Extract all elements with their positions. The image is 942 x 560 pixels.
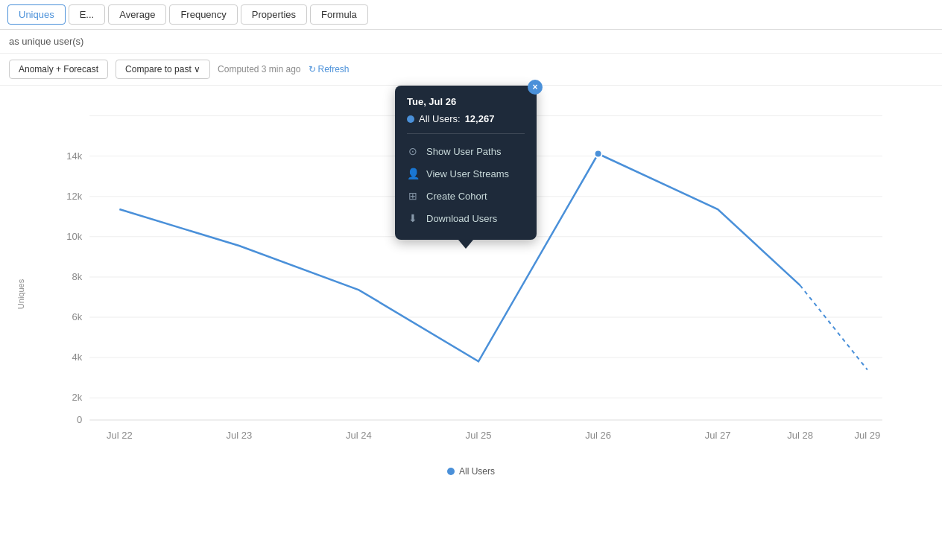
show-paths-label: Show User Paths	[426, 146, 501, 157]
refresh-button[interactable]: ↻ Refresh	[309, 64, 350, 74]
tab-bar: Uniques E... Average Frequency Propertie…	[0, 0, 942, 30]
show-user-paths-item[interactable]: ⊙ Show User Paths	[407, 140, 525, 162]
svg-text:0: 0	[77, 414, 82, 425]
tooltip-users-label: All Users:	[419, 113, 461, 124]
download-users-icon: ⬇	[407, 212, 419, 224]
svg-point-26	[595, 150, 602, 157]
controls-bar: Anomaly + Forecast Compare to past ∨ Com…	[0, 54, 942, 86]
svg-text:8k: 8k	[72, 271, 82, 282]
tooltip-divider	[407, 133, 525, 134]
svg-text:Jul 24: Jul 24	[346, 430, 372, 441]
legend-dot	[447, 468, 455, 475]
chart-container: Uniques 0 2k 4k 6k 8k 10k 12k 14k Jul 22…	[0, 86, 942, 503]
svg-text:4k: 4k	[72, 351, 82, 363]
anomaly-forecast-button[interactable]: Anomaly + Forecast	[9, 60, 108, 79]
tooltip-users-row: All Users: 12,267	[407, 113, 525, 124]
svg-text:Jul 23: Jul 23	[227, 430, 253, 441]
download-users-item[interactable]: ⬇ Download Users	[407, 207, 525, 229]
tab-engagement[interactable]: E...	[69, 4, 106, 25]
tab-average[interactable]: Average	[108, 4, 166, 25]
svg-text:Jul 27: Jul 27	[705, 430, 731, 441]
chart-legend: All Users	[45, 466, 897, 477]
svg-text:2k: 2k	[72, 392, 82, 403]
svg-text:Jul 29: Jul 29	[854, 430, 880, 441]
legend-label: All Users	[459, 466, 495, 477]
tab-properties[interactable]: Properties	[241, 4, 307, 25]
y-axis-label: Uniques	[16, 279, 25, 309]
create-cohort-label: Create Cohort	[426, 191, 487, 202]
tooltip-users-value: 12,267	[465, 113, 495, 124]
computed-text: Computed 3 min ago	[218, 64, 300, 74]
tab-uniques[interactable]: Uniques	[7, 4, 66, 25]
svg-text:Jul 25: Jul 25	[466, 430, 492, 441]
svg-text:10k: 10k	[66, 231, 82, 242]
svg-text:12k: 12k	[66, 191, 82, 202]
tab-frequency[interactable]: Frequency	[169, 4, 237, 25]
compare-to-past-button[interactable]: Compare to past ∨	[116, 60, 210, 79]
subtitle-text: as unique user(s)	[9, 36, 83, 47]
create-cohort-icon: ⊞	[407, 190, 419, 202]
tooltip-popup: × Tue, Jul 26 All Users: 12,267 ⊙ Show U…	[395, 86, 537, 240]
view-streams-label: View User Streams	[426, 168, 509, 179]
tooltip-close-button[interactable]: ×	[528, 80, 543, 95]
download-users-label: Download Users	[426, 213, 497, 224]
subtitle-bar: as unique user(s)	[0, 30, 942, 54]
create-cohort-item[interactable]: ⊞ Create Cohort	[407, 185, 525, 207]
svg-text:14k: 14k	[66, 150, 82, 162]
view-user-streams-item[interactable]: 👤 View User Streams	[407, 162, 525, 185]
tooltip-dot	[407, 115, 414, 123]
svg-text:Jul 22: Jul 22	[107, 430, 133, 441]
tab-formula[interactable]: Formula	[310, 4, 368, 25]
refresh-icon: ↻	[309, 64, 316, 74]
svg-text:Jul 28: Jul 28	[787, 430, 813, 441]
show-paths-icon: ⊙	[407, 145, 419, 157]
svg-line-25	[800, 285, 867, 369]
svg-text:6k: 6k	[72, 311, 82, 322]
tooltip-date: Tue, Jul 26	[407, 96, 525, 107]
view-streams-icon: 👤	[407, 168, 419, 179]
svg-text:Jul 26: Jul 26	[585, 430, 611, 441]
